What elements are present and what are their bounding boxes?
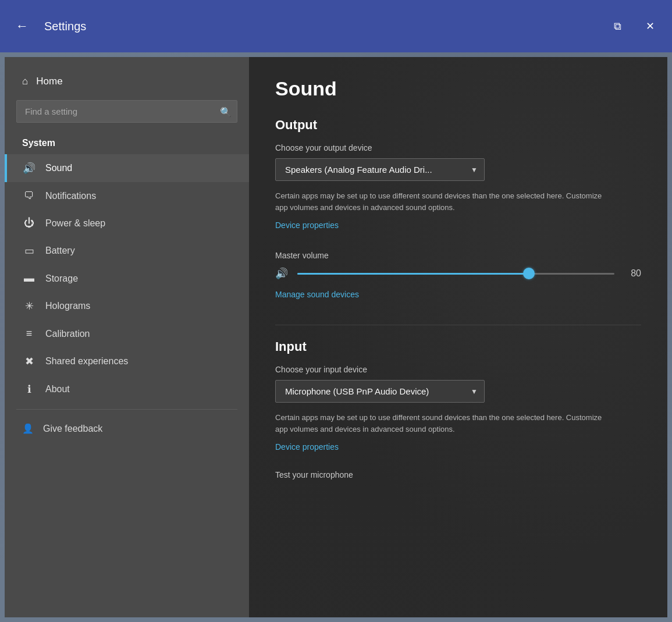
sidebar-item-calibration[interactable]: ≡ Calibration xyxy=(5,320,249,347)
feedback-label: Give feedback xyxy=(43,424,102,434)
window-controls: ⧉ ✕ xyxy=(607,16,660,37)
sidebar-item-label: Sound xyxy=(45,163,72,173)
sidebar-item-holograms[interactable]: ✳ Holograms xyxy=(5,292,249,320)
sidebar-item-sound[interactable]: 🔊 Sound xyxy=(5,154,249,182)
restore-button[interactable]: ⧉ xyxy=(607,16,628,37)
storage-icon: ▬ xyxy=(22,272,36,285)
content-panel: Sound Output Choose your output device S… xyxy=(249,57,667,617)
calibration-icon: ≡ xyxy=(22,328,36,340)
volume-speaker-icon: 🔊 xyxy=(275,267,288,280)
feedback-icon: 👤 xyxy=(22,423,34,434)
about-icon: ℹ xyxy=(22,383,36,396)
output-device-properties-link[interactable]: Device properties xyxy=(275,221,339,230)
sidebar-item-about[interactable]: ℹ About xyxy=(5,375,249,403)
section-divider xyxy=(275,325,641,325)
test-microphone-label: Test your microphone xyxy=(275,470,641,479)
master-volume-label: Master volume xyxy=(275,251,641,260)
sound-icon: 🔊 xyxy=(22,162,36,175)
volume-section: Master volume 🔊 80 xyxy=(275,251,641,280)
battery-icon: ▭ xyxy=(22,244,36,257)
notifications-icon: 🗨 xyxy=(22,190,36,202)
sidebar-item-label: About xyxy=(45,384,70,394)
sidebar-item-label: Battery xyxy=(45,246,75,256)
volume-row: 🔊 80 xyxy=(275,267,641,280)
sidebar-item-notifications[interactable]: 🗨 Notifications xyxy=(5,182,249,209)
input-section-title: Input xyxy=(275,339,641,354)
sidebar-item-label: Notifications xyxy=(45,191,96,201)
home-icon: ⌂ xyxy=(22,76,28,87)
input-info-text: Certain apps may be set up to use differ… xyxy=(275,412,613,435)
holograms-icon: ✳ xyxy=(22,300,36,312)
app-title: Settings xyxy=(44,20,607,33)
sidebar-item-label: Holograms xyxy=(45,301,90,311)
page-title: Sound xyxy=(275,77,641,100)
sidebar-item-storage[interactable]: ▬ Storage xyxy=(5,265,249,292)
slider-thumb[interactable] xyxy=(523,268,535,279)
sidebar-item-power[interactable]: ⏻ Power & sleep xyxy=(5,209,249,237)
sidebar-item-label: Shared experiences xyxy=(45,356,128,367)
sidebar-item-label: Calibration xyxy=(45,329,90,339)
sidebar-item-battery[interactable]: ▭ Battery xyxy=(5,237,249,265)
output-section-title: Output xyxy=(275,118,641,133)
main-content: ⌂ Home 🔍 System 🔊 Sound 🗨 Notifications … xyxy=(5,57,667,617)
sidebar-item-feedback[interactable]: 👤 Give feedback xyxy=(5,415,249,442)
search-icon: 🔍 xyxy=(220,106,232,117)
search-container: 🔍 xyxy=(16,100,237,123)
sidebar-section-label: System xyxy=(5,134,249,154)
power-icon: ⏻ xyxy=(22,217,36,229)
manage-sound-devices-link[interactable]: Manage sound devices xyxy=(275,290,359,299)
slider-track xyxy=(297,273,614,275)
input-device-label: Choose your input device xyxy=(275,365,641,374)
output-device-label: Choose your output device xyxy=(275,143,641,152)
output-info-text: Certain apps may be set up to use differ… xyxy=(275,190,613,213)
output-device-dropdown[interactable]: Speakers (Analog Feature Audio Dri... xyxy=(275,158,485,181)
slider-fill xyxy=(297,273,529,275)
input-device-properties-link[interactable]: Device properties xyxy=(275,442,339,452)
search-input[interactable] xyxy=(16,100,237,123)
input-device-dropdown-container: Microphone (USB PnP Audio Device) ▼ xyxy=(275,380,485,403)
sidebar: ⌂ Home 🔍 System 🔊 Sound 🗨 Notifications … xyxy=(5,57,249,617)
titlebar: ← Settings ⧉ ✕ xyxy=(0,0,672,52)
volume-slider-container[interactable] xyxy=(297,268,614,279)
sidebar-item-label: Power & sleep xyxy=(45,218,105,229)
sidebar-item-shared[interactable]: ✖ Shared experiences xyxy=(5,347,249,375)
sidebar-item-label: Storage xyxy=(45,273,78,284)
back-button[interactable]: ← xyxy=(12,16,33,37)
close-button[interactable]: ✕ xyxy=(639,16,660,37)
input-device-dropdown[interactable]: Microphone (USB PnP Audio Device) xyxy=(275,380,485,403)
sidebar-home-label: Home xyxy=(36,76,62,87)
volume-value: 80 xyxy=(624,268,641,279)
shared-icon: ✖ xyxy=(22,355,36,368)
output-device-dropdown-container: Speakers (Analog Feature Audio Dri... ▼ xyxy=(275,158,485,181)
sidebar-item-home[interactable]: ⌂ Home xyxy=(5,69,249,94)
sidebar-divider xyxy=(16,409,237,410)
